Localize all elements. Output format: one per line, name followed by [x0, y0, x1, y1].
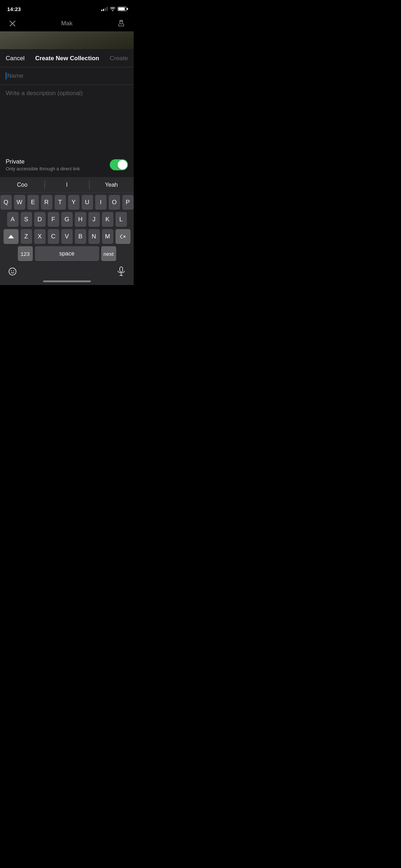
background-image	[0, 31, 134, 49]
key-m[interactable]: M	[102, 229, 113, 244]
text-cursor	[6, 72, 6, 79]
autocomplete-item-2[interactable]: I	[45, 177, 89, 192]
next-key[interactable]: next	[101, 246, 116, 261]
private-label: Private	[6, 158, 80, 165]
private-toggle[interactable]	[110, 159, 128, 170]
key-f[interactable]: F	[48, 212, 59, 227]
numbers-key[interactable]: 123	[18, 246, 33, 261]
battery-icon	[118, 7, 127, 11]
shift-key[interactable]	[4, 229, 19, 244]
key-k[interactable]: K	[102, 212, 113, 227]
sheet-title: Create New Collection	[35, 55, 99, 62]
close-button[interactable]	[7, 18, 18, 29]
status-time: 14:23	[7, 6, 21, 12]
key-l[interactable]: L	[115, 212, 127, 227]
share-button[interactable]	[116, 18, 127, 29]
autocomplete-item-3[interactable]: Yeah	[89, 177, 134, 192]
name-input-row[interactable]: Name	[0, 67, 134, 85]
key-n[interactable]: N	[88, 229, 100, 244]
status-bar: 14:23	[0, 0, 134, 16]
key-x[interactable]: X	[34, 229, 46, 244]
key-j[interactable]: J	[88, 212, 100, 227]
emoji-button[interactable]	[7, 266, 18, 277]
name-placeholder: Name	[7, 72, 23, 79]
key-p[interactable]: P	[122, 195, 134, 210]
key-s[interactable]: S	[21, 212, 32, 227]
space-key[interactable]: space	[35, 246, 99, 261]
description-placeholder: Write a description (optional)	[6, 90, 83, 97]
keyboard-row-4: 123 space next	[0, 244, 134, 263]
key-t[interactable]: T	[55, 195, 66, 210]
private-toggle-row: Private Only accessible through a direct…	[0, 153, 134, 177]
keyboard-bottom-bar	[0, 263, 134, 279]
key-v[interactable]: V	[61, 229, 73, 244]
key-z[interactable]: Z	[21, 229, 32, 244]
create-collection-sheet: Cancel Create New Collection Create Name…	[0, 49, 134, 177]
keyboard-row-3: Z X C V B N M	[0, 227, 134, 244]
svg-point-6	[11, 270, 12, 271]
autocomplete-bar: Coo I Yeah	[0, 177, 134, 193]
key-q[interactable]: Q	[0, 195, 12, 210]
create-button[interactable]: Create	[110, 55, 128, 62]
private-label-group: Private Only accessible through a direct…	[6, 158, 80, 171]
key-b[interactable]: B	[75, 229, 86, 244]
wifi-icon	[110, 7, 115, 11]
description-input-row[interactable]: Write a description (optional)	[0, 85, 134, 149]
microphone-button[interactable]	[116, 266, 127, 277]
key-y[interactable]: Y	[68, 195, 79, 210]
keyboard-row-2: A S D F G H J K L	[0, 210, 134, 227]
private-sublabel: Only accessible through a direct link	[6, 166, 80, 171]
toggle-thumb	[118, 160, 127, 170]
key-u[interactable]: U	[82, 195, 93, 210]
key-i[interactable]: I	[95, 195, 107, 210]
home-indicator-bar	[43, 280, 91, 282]
keyboard: Coo I Yeah Q W E R T Y U I O P A S D F G…	[0, 177, 134, 285]
key-e[interactable]: E	[27, 195, 39, 210]
nav-title: Mak	[61, 20, 72, 27]
svg-point-7	[13, 270, 14, 271]
key-o[interactable]: O	[109, 195, 120, 210]
autocomplete-item-1[interactable]: Coo	[0, 177, 45, 192]
key-c[interactable]: C	[48, 229, 59, 244]
key-h[interactable]: H	[75, 212, 86, 227]
home-indicator	[0, 279, 134, 285]
key-d[interactable]: D	[34, 212, 46, 227]
delete-key[interactable]	[115, 229, 130, 244]
key-g[interactable]: G	[61, 212, 73, 227]
status-icons	[101, 7, 127, 11]
cancel-button[interactable]: Cancel	[6, 55, 25, 62]
nav-bar: Mak	[0, 16, 134, 31]
key-a[interactable]: A	[7, 212, 19, 227]
sheet-header: Cancel Create New Collection Create	[0, 49, 134, 67]
svg-rect-8	[120, 267, 123, 272]
svg-point-5	[9, 268, 16, 275]
signal-icon	[101, 7, 108, 11]
keyboard-row-1: Q W E R T Y U I O P	[0, 193, 134, 210]
key-w[interactable]: W	[14, 195, 25, 210]
key-r[interactable]: R	[41, 195, 52, 210]
